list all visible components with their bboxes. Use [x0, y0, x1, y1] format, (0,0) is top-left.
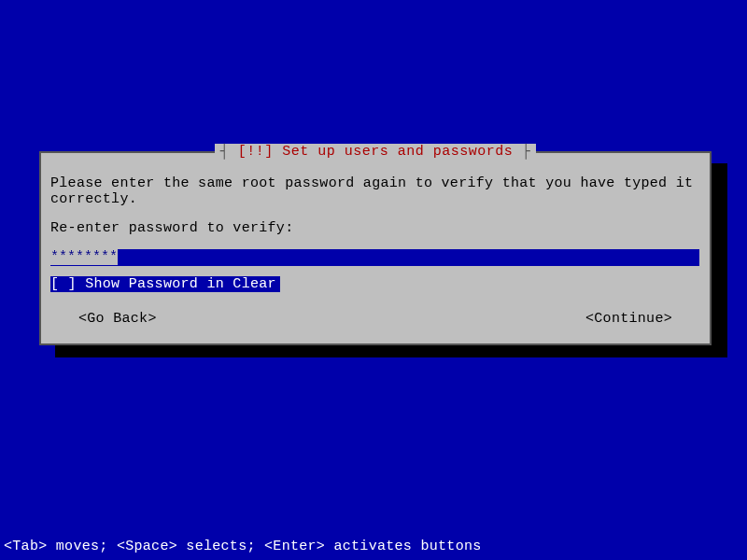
footer-hint: <Tab> moves; <Space> selects; <Enter> ac…: [4, 539, 482, 554]
password-input[interactable]: ********: [50, 249, 699, 266]
setup-users-dialog: ┤ [!!] Set up users and passwords ├ Plea…: [39, 151, 712, 345]
instruction-text: Please enter the same root password agai…: [50, 175, 700, 207]
show-password-checkbox[interactable]: [ ] Show Password in Clear: [50, 276, 280, 292]
go-back-button[interactable]: <Go Back>: [78, 311, 157, 327]
dialog-title: ┤ [!!] Set up users and passwords ├: [215, 144, 537, 160]
continue-button[interactable]: <Continue>: [585, 311, 672, 327]
prompt-text: Re-enter password to verify:: [50, 220, 700, 236]
